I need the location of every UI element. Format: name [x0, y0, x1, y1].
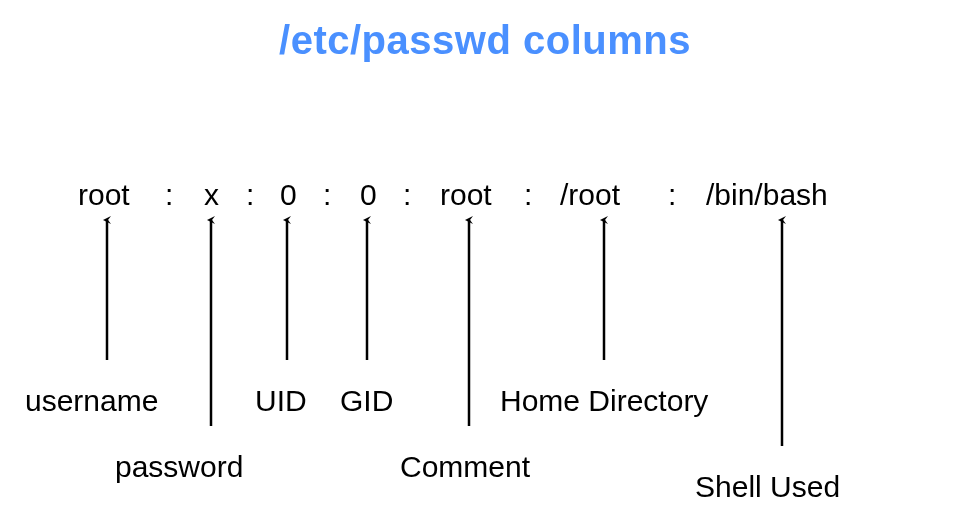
label-home: Home Directory: [500, 384, 708, 418]
label-comment: Comment: [400, 450, 530, 484]
label-username: username: [25, 384, 158, 418]
label-uid: UID: [255, 384, 307, 418]
label-password: password: [115, 450, 243, 484]
label-shell: Shell Used: [695, 470, 840, 504]
label-gid: GID: [340, 384, 393, 418]
